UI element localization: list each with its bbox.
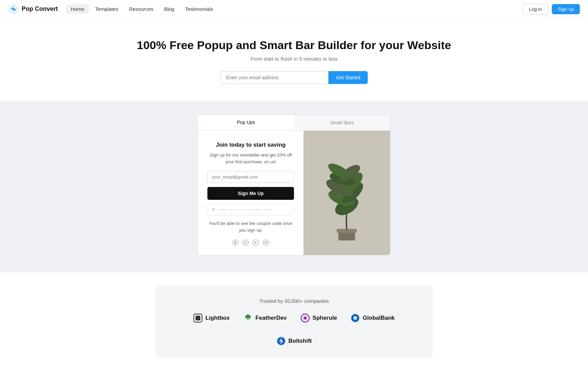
svg-point-1 — [13, 8, 15, 10]
popup-left-panel: Join today to start saving Sign up for o… — [198, 131, 303, 255]
coupon-dashes — [218, 209, 273, 210]
trusted-section: Trusted by 20,000+ companies Lightbox Fe… — [0, 272, 588, 375]
popup-title: Join today to start saving — [216, 142, 286, 148]
featherdev-label: FeatherDev — [255, 315, 287, 321]
hero-form: Get Started — [8, 71, 580, 84]
svg-point-26 — [304, 317, 306, 319]
popup-email-input[interactable] — [207, 171, 294, 183]
globalbank-label: GlobalBank — [363, 315, 394, 321]
featherdev-icon — [243, 313, 253, 323]
svg-point-29 — [354, 316, 357, 320]
svg-rect-23 — [196, 316, 200, 320]
nav-home[interactable]: Home — [66, 4, 89, 14]
spherule-label: Spherule — [313, 315, 337, 321]
plant-illustration — [303, 131, 390, 255]
trusted-logos: Lightbox FeatherDev Spherule — [169, 313, 419, 346]
tab-popups[interactable]: Pop Ups — [198, 115, 294, 130]
hero-section: 100% Free Popup and Smart Bar Builder fo… — [0, 18, 588, 101]
coupon-dash-1 — [218, 209, 227, 210]
svg-point-7 — [266, 242, 267, 243]
svg-point-5 — [263, 240, 269, 246]
hero-subtitle: From start to finish in 5 minutes or les… — [8, 56, 580, 62]
coupon-note: You'll be able to see the coupon code on… — [207, 220, 294, 233]
logo-featherdev: FeatherDev — [243, 313, 287, 323]
coupon-dash-3 — [241, 209, 250, 210]
svg-point-8 — [267, 241, 267, 242]
hero-title: 100% Free Popup and Smart Bar Builder fo… — [8, 39, 580, 52]
demo-tabs: Pop Ups Smart Bars — [198, 114, 390, 131]
globalbank-icon — [350, 313, 360, 323]
trusted-title: Trusted by 20,000+ companies — [169, 298, 419, 304]
trusted-inner: Trusted by 20,000+ companies Lightbox Fe… — [155, 286, 433, 358]
login-button[interactable]: Log in — [522, 4, 548, 15]
coupon-x-icon: ✕ — [212, 207, 215, 212]
demo-popup: Join today to start saving Sign up for o… — [198, 131, 390, 255]
popup-right-panel — [303, 131, 390, 255]
logo-icon — [8, 4, 19, 15]
coupon-dash-5 — [264, 209, 273, 210]
twitter-icon[interactable] — [243, 239, 249, 247]
nav-testimonials[interactable]: Testimonials — [180, 4, 218, 14]
nav-links: Home Templates Resources Blog Testimonia… — [66, 4, 522, 14]
facebook-icon[interactable] — [232, 239, 239, 247]
coupon-dash-2 — [229, 209, 239, 210]
sign-me-up-button[interactable]: Sign Me Up — [207, 187, 294, 200]
logo-spherule: Spherule — [300, 313, 337, 323]
coupon-dash-4 — [252, 209, 262, 210]
logo-boltshift: Boltshift — [276, 336, 312, 346]
demo-section: Pop Ups Smart Bars Join today to start s… — [0, 101, 588, 272]
lightbox-label: Lightbox — [205, 315, 230, 321]
brand-name: Pop Convert — [22, 5, 58, 13]
nav-templates[interactable]: Templates — [90, 4, 123, 14]
nav-resources[interactable]: Resources — [124, 4, 158, 14]
tab-smartbars[interactable]: Smart Bars — [294, 115, 390, 130]
navbar: Pop Convert Home Templates Resources Blo… — [0, 0, 588, 18]
social-icons — [232, 239, 269, 247]
coupon-field: ✕ — [207, 204, 294, 215]
nav-blog[interactable]: Blog — [159, 4, 179, 14]
nav-actions: Log in Sign up — [522, 4, 580, 15]
boltshift-label: Boltshift — [289, 338, 312, 344]
email-input[interactable] — [220, 71, 329, 84]
popup-description: Sign up for our newsletter and get 10% o… — [207, 152, 294, 165]
logo-lightbox: Lightbox — [193, 313, 230, 323]
get-started-button[interactable]: Get Started — [329, 71, 368, 84]
signup-button[interactable]: Sign up — [552, 4, 580, 14]
nav-logo[interactable]: Pop Convert — [8, 4, 58, 15]
lightbox-icon — [193, 313, 203, 323]
spherule-icon — [300, 313, 310, 323]
instagram-icon[interactable] — [263, 239, 269, 247]
youtube-icon[interactable] — [253, 239, 259, 247]
boltshift-icon — [276, 336, 286, 346]
logo-globalbank: GlobalBank — [350, 313, 394, 323]
